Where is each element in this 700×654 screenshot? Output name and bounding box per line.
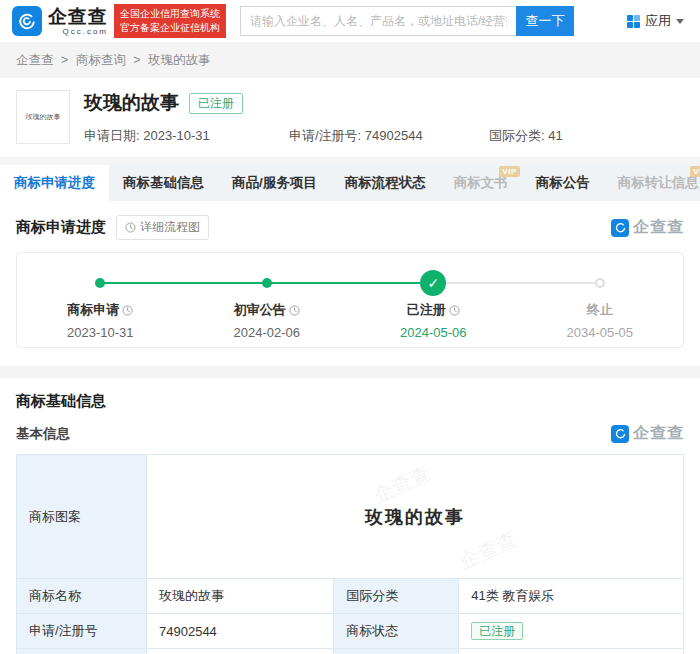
- top-header: 企查查 Qcc.com 全国企业信用查询系统 官方备案企业征信机构 查一下 应用: [0, 0, 700, 42]
- tab-documents[interactable]: 商标文书VIP: [440, 165, 522, 201]
- clock-icon: [449, 305, 460, 316]
- registration-number: 申请/注册号: 74902544: [289, 127, 489, 145]
- page-title: 玫瑰的故事: [84, 90, 179, 116]
- cell-label: 申请/注册号: [17, 614, 147, 649]
- tab-bar: 商标申请进度 商标基础信息 商品/服务项目 商标流程状态 商标文书VIP 商标公…: [0, 165, 700, 201]
- tab-basic-info[interactable]: 商标基础信息: [109, 165, 218, 201]
- cell-label: 国际分类: [334, 579, 459, 614]
- cell-label: 商标类型: [334, 649, 459, 654]
- clock-icon: [122, 305, 133, 316]
- cell-value-trademark-name: 玫瑰的故事: [147, 579, 334, 614]
- clock-icon: [125, 222, 136, 233]
- timeline-check-icon: ✓: [420, 270, 446, 296]
- status-badge: 已注册: [471, 622, 523, 640]
- qcc-watermark-logo: 企查查: [611, 423, 684, 444]
- cell-label: 商标名称: [17, 579, 147, 614]
- cell-value-status: 已注册: [459, 614, 684, 649]
- cell-value-shared-trademark: 否: [147, 649, 334, 654]
- faint-watermark: 企查查: [455, 526, 521, 576]
- breadcrumb-trademark-search[interactable]: 商标查询: [76, 53, 126, 67]
- search-bar: 查一下: [240, 6, 574, 36]
- application-progress-section: 商标申请进度 详细流程图 企查查 ✓ 商标申请 2023-10-31 初审公告 …: [0, 201, 700, 366]
- tab-gazette[interactable]: 商标公告: [522, 165, 604, 201]
- breadcrumb: 企查查 > 商标查询 > 玫瑰的故事: [0, 42, 700, 78]
- cell-label-image: 商标图案: [17, 455, 147, 579]
- gov-certification-badge: 全国企业信用查询系统 官方备案企业征信机构: [114, 4, 226, 38]
- chevron-down-icon: [676, 19, 684, 24]
- timeline-step-termination: 终止 2034-05-05: [517, 301, 684, 340]
- trademark-thumbnail: 玫瑰的故事: [16, 90, 70, 144]
- tab-process-status[interactable]: 商标流程状态: [331, 165, 440, 201]
- timeline-line-pending: [433, 282, 600, 284]
- breadcrumb-separator: >: [61, 53, 68, 67]
- cell-label: 商标状态: [334, 614, 459, 649]
- subsection-title: 基本信息: [16, 425, 70, 443]
- timeline-dot-1: [95, 278, 105, 288]
- cell-label: 是否共有商标: [17, 649, 147, 654]
- clock-icon: [289, 305, 300, 316]
- basic-info-section: 商标基础信息 基本信息 企查查 商标图案 企查查 企查查 玫瑰的故事 商标名称 …: [0, 378, 700, 654]
- table-row: 商标图案 企查查 企查查 玫瑰的故事: [17, 455, 684, 579]
- brand-name: 企查查: [48, 7, 108, 26]
- section-title-basic-info: 商标基础信息: [16, 392, 684, 411]
- cell-value-intl-class: 41类 教育娱乐: [459, 579, 684, 614]
- breadcrumb-separator: >: [133, 53, 140, 67]
- timeline-step-preliminary: 初审公告 2024-02-06: [184, 301, 351, 340]
- table-row: 申请/注册号 74902544 商标状态 已注册: [17, 614, 684, 649]
- search-button[interactable]: 查一下: [516, 6, 574, 36]
- status-badge: 已注册: [189, 93, 243, 114]
- apply-date: 申请日期: 2023-10-31: [84, 127, 289, 145]
- search-input[interactable]: [240, 6, 516, 36]
- timeline-step-apply: 商标申请 2023-10-31: [17, 301, 184, 340]
- tab-application-progress[interactable]: 商标申请进度: [0, 165, 109, 201]
- timeline-dot-4: [595, 278, 605, 288]
- timeline-step-registered: 已注册 2024-05-06: [350, 301, 517, 340]
- apps-label: 应用: [645, 12, 671, 30]
- timeline-dot-2: [262, 278, 272, 288]
- qcc-watermark-logo: 企查查: [611, 217, 684, 238]
- apps-grid-icon: [627, 15, 640, 28]
- vip-badge: VIP: [499, 166, 519, 177]
- faint-watermark: 企查查: [369, 460, 435, 510]
- basic-info-table: 商标图案 企查查 企查查 玫瑰的故事 商标名称 玫瑰的故事 国际分类 41类 教…: [16, 454, 684, 654]
- qcc-logo[interactable]: 企查查 Qcc.com: [12, 6, 108, 36]
- detailed-flowchart-button[interactable]: 详细流程图: [116, 215, 209, 240]
- section-divider: [0, 366, 700, 378]
- tab-transfer-info[interactable]: 商标转让信息VIP: [604, 165, 700, 201]
- cell-value-reg-number: 74902544: [147, 614, 334, 649]
- brand-domain: Qcc.com: [48, 28, 108, 36]
- trademark-summary-card: 玫瑰的故事 玫瑰的故事 已注册 申请日期: 2023-10-31 申请/注册号:…: [0, 78, 700, 157]
- trademark-image-text: 玫瑰的故事: [365, 507, 465, 527]
- qcc-logo-icon: [12, 6, 42, 36]
- trademark-image-cell: 企查查 企查查 玫瑰的故事: [147, 455, 684, 579]
- intl-class: 国际分类: 41: [489, 127, 563, 145]
- breadcrumb-current: 玫瑰的故事: [148, 53, 211, 67]
- table-row: 商标名称 玫瑰的故事 国际分类 41类 教育娱乐: [17, 579, 684, 614]
- section-title-progress: 商标申请进度: [16, 218, 106, 237]
- progress-timeline: ✓ 商标申请 2023-10-31 初审公告 2024-02-06 已注册 20…: [16, 252, 684, 348]
- apps-menu[interactable]: 应用: [627, 12, 688, 30]
- qcc-mini-icon: [611, 425, 629, 443]
- vip-badge: VIP: [690, 166, 700, 177]
- tab-goods-services[interactable]: 商品/服务项目: [218, 165, 331, 201]
- qcc-mini-icon: [611, 219, 629, 237]
- breadcrumb-home[interactable]: 企查查: [16, 53, 54, 67]
